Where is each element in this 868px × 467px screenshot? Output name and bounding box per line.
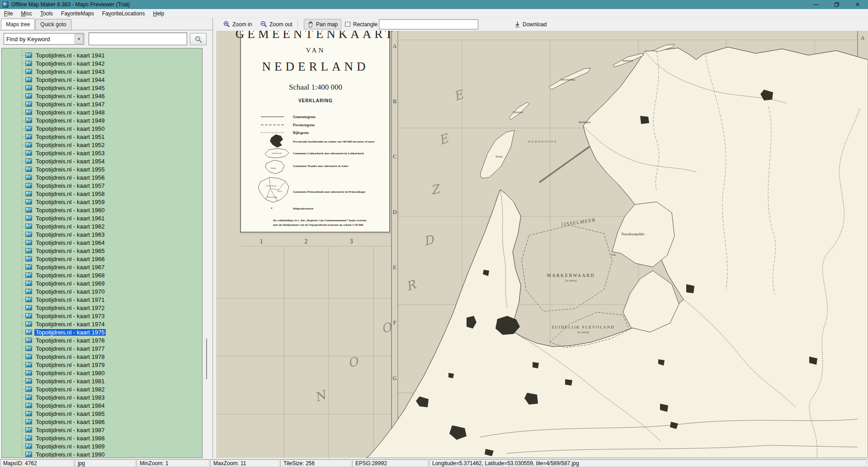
list-item[interactable]: Topotijdreis.nl - kaart 1987 [2,426,203,434]
list-item[interactable]: Topotijdreis.nl - kaart 1952 [2,141,203,149]
chevron-down-icon[interactable]: ▼ [75,34,83,44]
list-item[interactable]: Topotijdreis.nl - kaart 1962 [2,222,203,230]
list-item-label[interactable]: Topotijdreis.nl - kaart 1944 [34,76,106,83]
list-item[interactable]: Topotijdreis.nl - kaart 1986 [2,418,203,426]
list-item-label[interactable]: Topotijdreis.nl - kaart 1945 [34,85,106,91]
list-item[interactable]: Topotijdreis.nl - kaart 1990 [2,450,203,458]
list-item-label[interactable]: Topotijdreis.nl - kaart 1967 [34,264,106,271]
list-item-label[interactable]: Topotijdreis.nl - kaart 1966 [34,256,106,262]
list-item-label[interactable]: Topotijdreis.nl - kaart 1972 [34,305,106,311]
list-item-label[interactable]: Topotijdreis.nl - kaart 1959 [34,199,106,205]
list-item[interactable]: Topotijdreis.nl - kaart 1949 [2,116,203,124]
download-button[interactable]: Download [511,19,550,29]
list-item[interactable]: Topotijdreis.nl - kaart 1943 [2,67,203,76]
list-item[interactable]: Topotijdreis.nl - kaart 1978 [2,353,203,361]
list-item-label[interactable]: Topotijdreis.nl - kaart 1974 [34,321,106,328]
rectangle-button[interactable]: Rectangle [341,19,381,29]
menu-misc[interactable]: Misc [17,10,36,18]
list-item[interactable]: Topotijdreis.nl - kaart 1950 [2,124,203,133]
list-item-label[interactable]: Topotijdreis.nl - kaart 1952 [34,142,106,148]
list-item-label[interactable]: Topotijdreis.nl - kaart 1990 [34,451,106,458]
list-item[interactable]: Topotijdreis.nl - kaart 1961 [2,214,203,222]
list-item[interactable]: Topotijdreis.nl - kaart 1981 [2,377,203,385]
list-item-label[interactable]: Topotijdreis.nl - kaart 1977 [34,345,106,352]
list-item[interactable]: Topotijdreis.nl - kaart 1971 [2,295,203,304]
menu-tools[interactable]: Tools [36,10,57,18]
list-item[interactable]: Topotijdreis.nl - kaart 1969 [2,279,203,287]
list-item-label[interactable]: Topotijdreis.nl - kaart 1970 [34,288,106,295]
zoom-out-button[interactable]: Zoom out [257,19,296,29]
list-item[interactable]: Topotijdreis.nl - kaart 1948 [2,108,203,116]
menu-help[interactable]: Help [149,10,168,18]
list-item-label[interactable]: Topotijdreis.nl - kaart 1947 [34,101,106,108]
list-item[interactable]: Topotijdreis.nl - kaart 1955 [2,165,203,173]
search-input[interactable] [89,33,187,45]
list-item[interactable]: Topotijdreis.nl - kaart 1942 [2,59,203,67]
list-item[interactable]: Topotijdreis.nl - kaart 1984 [2,401,203,410]
list-item-label[interactable]: Topotijdreis.nl - kaart 1948 [34,109,106,116]
list-item-label[interactable]: Topotijdreis.nl - kaart 1978 [34,353,106,360]
list-item-label[interactable]: Topotijdreis.nl - kaart 1961 [34,215,106,222]
list-item[interactable]: Topotijdreis.nl - kaart 1975 [2,328,203,336]
list-item[interactable]: Topotijdreis.nl - kaart 1946 [2,92,203,100]
list-item[interactable]: Topotijdreis.nl - kaart 1954 [2,157,203,165]
close-button[interactable]: ✕ [847,0,868,9]
list-item[interactable]: Topotijdreis.nl - kaart 1980 [2,369,203,377]
list-item[interactable]: Topotijdreis.nl - kaart 1951 [2,133,203,141]
maps-tree-list[interactable]: Topotijdreis.nl - kaart 1941 Topotijdrei… [1,48,203,458]
list-item-label[interactable]: Topotijdreis.nl - kaart 1953 [34,150,106,157]
list-item-label[interactable]: Topotijdreis.nl - kaart 1984 [34,402,106,409]
list-item-label[interactable]: Topotijdreis.nl - kaart 1963 [34,231,106,238]
list-item[interactable]: Topotijdreis.nl - kaart 1959 [2,198,203,206]
list-item-label[interactable]: Topotijdreis.nl - kaart 1988 [34,435,106,442]
map-viewport[interactable]: AB CD EF GH AB CD EF GH 1 2 3 [216,31,868,458]
list-item[interactable]: Topotijdreis.nl - kaart 1967 [2,263,203,271]
search-button[interactable] [190,33,207,45]
list-item[interactable]: Topotijdreis.nl - kaart 1989 [2,442,203,450]
list-item-label[interactable]: Topotijdreis.nl - kaart 1982 [34,386,106,393]
list-item-label[interactable]: Topotijdreis.nl - kaart 1975 [34,329,106,336]
pan-map-button[interactable]: Pan map [304,19,341,29]
list-item[interactable]: Topotijdreis.nl - kaart 1956 [2,173,203,181]
list-item[interactable]: Topotijdreis.nl - kaart 1960 [2,206,203,214]
menu-favoritemaps[interactable]: FavoriteMaps [57,10,98,18]
list-item-label[interactable]: Topotijdreis.nl - kaart 1957 [34,182,106,189]
list-scrollbar-thumb[interactable] [206,338,207,379]
list-item[interactable]: Topotijdreis.nl - kaart 1968 [2,271,203,279]
list-item[interactable]: Topotijdreis.nl - kaart 1985 [2,410,203,418]
titlebar[interactable]: Offline Map Maker 8.383 - Maps Previewer… [0,0,868,9]
list-item[interactable]: Topotijdreis.nl - kaart 1947 [2,100,203,108]
list-item[interactable]: Topotijdreis.nl - kaart 1957 [2,181,203,190]
list-item[interactable]: Topotijdreis.nl - kaart 1941 [2,51,203,59]
list-item-label[interactable]: Topotijdreis.nl - kaart 1965 [34,248,106,254]
list-item-label[interactable]: Topotijdreis.nl - kaart 1942 [34,60,106,67]
list-item-label[interactable]: Topotijdreis.nl - kaart 1980 [34,370,106,376]
tab-quick-goto[interactable]: Quick goto [35,19,71,30]
list-item-label[interactable]: Topotijdreis.nl - kaart 1955 [34,166,106,173]
menu-file[interactable]: File [0,10,17,18]
list-item[interactable]: Topotijdreis.nl - kaart 1974 [2,320,203,328]
list-item-label[interactable]: Topotijdreis.nl - kaart 1954 [34,158,106,165]
list-item-label[interactable]: Topotijdreis.nl - kaart 1941 [34,52,106,59]
search-mode-dropdown[interactable]: Find by Keyword ▼ [4,33,84,45]
list-item-label[interactable]: Topotijdreis.nl - kaart 1989 [34,443,106,450]
list-item-label[interactable]: Topotijdreis.nl - kaart 1958 [34,191,106,197]
list-item[interactable]: Topotijdreis.nl - kaart 1988 [2,434,203,442]
list-item-label[interactable]: Topotijdreis.nl - kaart 1985 [34,410,106,417]
toolbar-input[interactable] [379,19,478,29]
list-item-label[interactable]: Topotijdreis.nl - kaart 1960 [34,207,106,214]
list-scrollbar[interactable] [203,48,212,458]
list-item-label[interactable]: Topotijdreis.nl - kaart 1969 [34,280,106,287]
list-item-label[interactable]: Topotijdreis.nl - kaart 1987 [34,427,106,434]
list-item-label[interactable]: Topotijdreis.nl - kaart 1951 [34,133,106,140]
list-item[interactable]: Topotijdreis.nl - kaart 1979 [2,361,203,369]
list-item-label[interactable]: Topotijdreis.nl - kaart 1976 [34,337,106,344]
list-item-label[interactable]: Topotijdreis.nl - kaart 1949 [34,117,106,124]
list-item[interactable]: Topotijdreis.nl - kaart 1977 [2,344,203,353]
tab-maps-tree[interactable]: Maps tree [1,19,35,29]
list-item[interactable]: Topotijdreis.nl - kaart 1976 [2,336,203,344]
list-item[interactable]: Topotijdreis.nl - kaart 1972 [2,304,203,312]
list-item-label[interactable]: Topotijdreis.nl - kaart 1946 [34,93,106,100]
list-item-label[interactable]: Topotijdreis.nl - kaart 1950 [34,125,106,132]
list-item-label[interactable]: Topotijdreis.nl - kaart 1983 [34,394,106,401]
